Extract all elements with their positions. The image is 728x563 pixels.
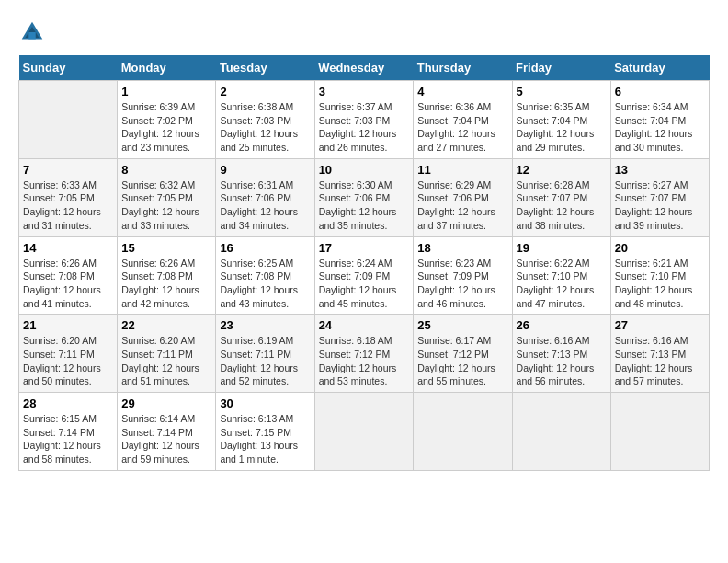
- calendar-cell: 3Sunrise: 6:37 AMSunset: 7:03 PMDaylight…: [314, 81, 414, 159]
- week-row-1: 1Sunrise: 6:39 AMSunset: 7:02 PMDaylight…: [19, 81, 710, 159]
- day-info: Sunrise: 6:33 AMSunset: 7:05 PMDaylight:…: [23, 178, 113, 233]
- day-info: Sunrise: 6:17 AMSunset: 7:12 PMDaylight:…: [417, 334, 507, 388]
- day-number: 30: [220, 396, 310, 410]
- day-info: Sunrise: 6:19 AMSunset: 7:11 PMDaylight:…: [220, 334, 310, 388]
- week-row-4: 21Sunrise: 6:20 AMSunset: 7:11 PMDayligh…: [19, 315, 710, 393]
- calendar-cell: 8Sunrise: 6:32 AMSunset: 7:05 PMDaylight…: [118, 158, 216, 236]
- calendar-table: SundayMondayTuesdayWednesdayThursdayFrid…: [18, 55, 710, 471]
- day-info: Sunrise: 6:18 AMSunset: 7:12 PMDaylight:…: [319, 334, 410, 388]
- weekday-header-tuesday: Tuesday: [216, 55, 314, 81]
- calendar-cell: 24Sunrise: 6:18 AMSunset: 7:12 PMDayligh…: [314, 315, 414, 393]
- day-info: Sunrise: 6:38 AMSunset: 7:03 PMDaylight:…: [220, 100, 310, 155]
- calendar-cell: 11Sunrise: 6:29 AMSunset: 7:06 PMDayligh…: [414, 158, 512, 236]
- weekday-header-monday: Monday: [118, 55, 216, 81]
- svg-rect-2: [28, 32, 36, 40]
- day-number: 20: [615, 241, 705, 255]
- calendar-cell: [19, 81, 118, 159]
- day-number: 25: [417, 318, 507, 332]
- calendar-cell: 20Sunrise: 6:21 AMSunset: 7:10 PMDayligh…: [610, 236, 709, 315]
- calendar-cell: 7Sunrise: 6:33 AMSunset: 7:05 PMDaylight…: [19, 158, 118, 236]
- day-info: Sunrise: 6:25 AMSunset: 7:08 PMDaylight:…: [220, 257, 310, 311]
- day-number: 21: [23, 318, 113, 332]
- calendar-cell: 13Sunrise: 6:27 AMSunset: 7:07 PMDayligh…: [610, 158, 709, 236]
- weekday-header-saturday: Saturday: [610, 55, 709, 81]
- day-number: 26: [517, 318, 607, 332]
- week-row-5: 28Sunrise: 6:15 AMSunset: 7:14 PMDayligh…: [19, 393, 710, 471]
- week-row-3: 14Sunrise: 6:26 AMSunset: 7:08 PMDayligh…: [19, 236, 710, 315]
- day-info: Sunrise: 6:22 AMSunset: 7:10 PMDaylight:…: [517, 257, 607, 311]
- day-number: 3: [319, 85, 410, 98]
- calendar-cell: [314, 393, 414, 471]
- day-number: 1: [121, 85, 211, 98]
- calendar-cell: [512, 393, 610, 471]
- calendar-cell: 16Sunrise: 6:25 AMSunset: 7:08 PMDayligh…: [216, 236, 314, 315]
- day-info: Sunrise: 6:14 AMSunset: 7:14 PMDaylight:…: [121, 412, 211, 466]
- day-info: Sunrise: 6:30 AMSunset: 7:06 PMDaylight:…: [319, 178, 410, 233]
- logo: [18, 18, 50, 46]
- day-info: Sunrise: 6:26 AMSunset: 7:08 PMDaylight:…: [121, 257, 211, 311]
- calendar-cell: 17Sunrise: 6:24 AMSunset: 7:09 PMDayligh…: [314, 236, 414, 315]
- logo-icon: [18, 18, 46, 46]
- calendar-cell: 4Sunrise: 6:36 AMSunset: 7:04 PMDaylight…: [414, 81, 512, 159]
- day-number: 27: [615, 318, 705, 332]
- day-info: Sunrise: 6:15 AMSunset: 7:14 PMDaylight:…: [23, 412, 113, 466]
- calendar-cell: 28Sunrise: 6:15 AMSunset: 7:14 PMDayligh…: [19, 393, 118, 471]
- day-number: 15: [121, 241, 211, 255]
- page-header: [18, 18, 710, 46]
- calendar-cell: 5Sunrise: 6:35 AMSunset: 7:04 PMDaylight…: [512, 81, 610, 159]
- calendar-cell: 9Sunrise: 6:31 AMSunset: 7:06 PMDaylight…: [216, 158, 314, 236]
- day-info: Sunrise: 6:29 AMSunset: 7:06 PMDaylight:…: [417, 178, 507, 233]
- day-info: Sunrise: 6:27 AMSunset: 7:07 PMDaylight:…: [615, 178, 705, 233]
- day-info: Sunrise: 6:31 AMSunset: 7:06 PMDaylight:…: [220, 178, 310, 233]
- day-number: 19: [517, 241, 607, 255]
- day-number: 11: [417, 163, 507, 177]
- calendar-cell: [414, 393, 512, 471]
- calendar-cell: 26Sunrise: 6:16 AMSunset: 7:13 PMDayligh…: [512, 315, 610, 393]
- day-number: 22: [121, 318, 211, 332]
- day-number: 6: [615, 85, 705, 98]
- day-number: 24: [319, 318, 410, 332]
- day-info: Sunrise: 6:16 AMSunset: 7:13 PMDaylight:…: [615, 334, 705, 388]
- day-info: Sunrise: 6:35 AMSunset: 7:04 PMDaylight:…: [517, 100, 607, 155]
- calendar-cell: 27Sunrise: 6:16 AMSunset: 7:13 PMDayligh…: [610, 315, 709, 393]
- day-number: 16: [220, 241, 310, 255]
- calendar-cell: 23Sunrise: 6:19 AMSunset: 7:11 PMDayligh…: [216, 315, 314, 393]
- calendar-cell: 15Sunrise: 6:26 AMSunset: 7:08 PMDayligh…: [118, 236, 216, 315]
- weekday-header-wednesday: Wednesday: [314, 55, 414, 81]
- week-row-2: 7Sunrise: 6:33 AMSunset: 7:05 PMDaylight…: [19, 158, 710, 236]
- day-info: Sunrise: 6:24 AMSunset: 7:09 PMDaylight:…: [319, 257, 410, 311]
- day-number: 17: [319, 241, 410, 255]
- day-number: 23: [220, 318, 310, 332]
- day-info: Sunrise: 6:21 AMSunset: 7:10 PMDaylight:…: [615, 257, 705, 311]
- day-number: 28: [23, 396, 113, 410]
- day-info: Sunrise: 6:20 AMSunset: 7:11 PMDaylight:…: [23, 334, 113, 388]
- calendar-cell: 19Sunrise: 6:22 AMSunset: 7:10 PMDayligh…: [512, 236, 610, 315]
- day-info: Sunrise: 6:20 AMSunset: 7:11 PMDaylight:…: [121, 334, 211, 388]
- day-info: Sunrise: 6:28 AMSunset: 7:07 PMDaylight:…: [517, 178, 607, 233]
- day-number: 9: [220, 163, 310, 177]
- day-number: 7: [23, 163, 113, 177]
- calendar-cell: [610, 393, 709, 471]
- day-number: 8: [121, 163, 211, 177]
- calendar-cell: 10Sunrise: 6:30 AMSunset: 7:06 PMDayligh…: [314, 158, 414, 236]
- day-info: Sunrise: 6:39 AMSunset: 7:02 PMDaylight:…: [121, 100, 211, 155]
- calendar-cell: 30Sunrise: 6:13 AMSunset: 7:15 PMDayligh…: [216, 393, 314, 471]
- day-info: Sunrise: 6:23 AMSunset: 7:09 PMDaylight:…: [417, 257, 507, 311]
- weekday-header-thursday: Thursday: [414, 55, 512, 81]
- day-info: Sunrise: 6:34 AMSunset: 7:04 PMDaylight:…: [615, 100, 705, 155]
- calendar-cell: 18Sunrise: 6:23 AMSunset: 7:09 PMDayligh…: [414, 236, 512, 315]
- day-info: Sunrise: 6:37 AMSunset: 7:03 PMDaylight:…: [319, 100, 410, 155]
- day-number: 18: [417, 241, 507, 255]
- calendar-cell: 22Sunrise: 6:20 AMSunset: 7:11 PMDayligh…: [118, 315, 216, 393]
- day-info: Sunrise: 6:16 AMSunset: 7:13 PMDaylight:…: [517, 334, 607, 388]
- day-number: 4: [417, 85, 507, 98]
- weekday-header-friday: Friday: [512, 55, 610, 81]
- day-info: Sunrise: 6:32 AMSunset: 7:05 PMDaylight:…: [121, 178, 211, 233]
- calendar-cell: 2Sunrise: 6:38 AMSunset: 7:03 PMDaylight…: [216, 81, 314, 159]
- calendar-cell: 14Sunrise: 6:26 AMSunset: 7:08 PMDayligh…: [19, 236, 118, 315]
- day-number: 13: [615, 163, 705, 177]
- day-number: 5: [517, 85, 607, 98]
- calendar-cell: 29Sunrise: 6:14 AMSunset: 7:14 PMDayligh…: [118, 393, 216, 471]
- calendar-cell: 12Sunrise: 6:28 AMSunset: 7:07 PMDayligh…: [512, 158, 610, 236]
- calendar-cell: 1Sunrise: 6:39 AMSunset: 7:02 PMDaylight…: [118, 81, 216, 159]
